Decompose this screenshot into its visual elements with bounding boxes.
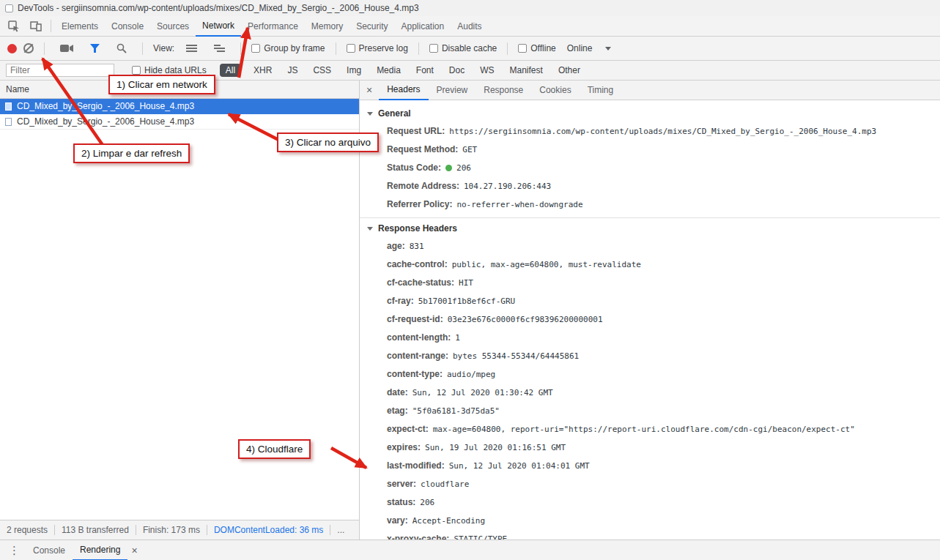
tab-preview[interactable]: Preview (429, 81, 476, 100)
finish-time: Finish: 173 ms (136, 525, 200, 535)
disclosure-triangle-icon (367, 112, 373, 116)
disable-cache-checkbox[interactable] (429, 44, 438, 53)
domcontentloaded-time: DOMContentLoaded: 36 ms (207, 525, 323, 535)
header-row: date:Sun, 12 Jul 2020 01:30:42 GMT (360, 384, 940, 402)
general-section-header[interactable]: General (360, 103, 940, 122)
header-row: cf-cache-status:HIT (360, 274, 940, 292)
header-row: server:cloudflare (360, 475, 940, 493)
request-row[interactable]: CD_Mixed_by_Sergio_-_2006_House_4.mp3 (0, 99, 359, 114)
pill-css[interactable]: CSS (310, 64, 334, 77)
filter-icon[interactable] (85, 44, 105, 53)
view-overview-icon[interactable] (209, 44, 230, 53)
toolbar-separator (336, 42, 336, 55)
tab-application[interactable]: Application (395, 16, 451, 37)
view-small-rows-icon[interactable] (181, 44, 202, 53)
disable-cache-label: Disable cache (442, 43, 497, 53)
drawer-menu-icon[interactable]: ⋮ (3, 544, 26, 557)
tab-network[interactable]: Network (196, 16, 241, 37)
view-label: View: (153, 43, 174, 53)
group-by-frame-checkbox[interactable] (251, 44, 260, 53)
pill-xhr[interactable]: XHR (251, 64, 275, 77)
header-row: expires:Sun, 19 Jul 2020 01:16:51 GMT (360, 438, 940, 457)
preserve-log-checkbox[interactable] (347, 44, 355, 53)
pill-media[interactable]: Media (374, 64, 404, 77)
request-type-pills: All XHR JS CSS Img Media Font Doc WS Man… (220, 64, 583, 77)
header-row: status:206 (360, 493, 940, 512)
callout-step-1: 1) Clicar em network (108, 75, 215, 94)
header-row: cache-control:public, max-age=604800, mu… (360, 255, 940, 274)
hide-data-urls-checkbox[interactable] (132, 66, 141, 75)
details-tab-bar: × Headers Preview Response Cookies Timin… (360, 81, 940, 100)
camera-icon[interactable] (55, 44, 78, 53)
callout-step-3: 3) Clicar no arquivo (277, 132, 379, 152)
throttling-dropdown[interactable]: Online (567, 43, 612, 53)
header-row: expect-ct:max-age=604800, report-uri="ht… (360, 420, 940, 438)
close-details-icon[interactable]: × (360, 84, 379, 96)
toolbar-separator (418, 42, 419, 55)
toolbar-separator (51, 20, 51, 32)
pill-img[interactable]: Img (344, 64, 364, 77)
request-name: CD_Mixed_by_Sergio_-_2006_House_4.mp3 (17, 101, 194, 111)
header-row: vary:Accept-Encoding (360, 512, 940, 530)
header-row: content-type:audio/mpeg (360, 365, 940, 384)
pill-font[interactable]: Font (413, 64, 437, 77)
window-title: DevTools - sergiinsomnia.com/wp-content/… (18, 3, 419, 13)
tab-timing[interactable]: Timing (580, 81, 622, 100)
devtools-window-icon (5, 4, 13, 12)
toolbar-separator (507, 42, 508, 55)
record-button[interactable] (7, 44, 17, 53)
tab-cookies[interactable]: Cookies (531, 81, 579, 100)
pill-other[interactable]: Other (555, 64, 583, 77)
pill-all[interactable]: All (220, 64, 241, 77)
tab-headers[interactable]: Headers (379, 81, 428, 100)
pill-js[interactable]: JS (284, 64, 300, 77)
tab-memory[interactable]: Memory (305, 16, 349, 37)
offline-checkbox[interactable] (518, 44, 527, 53)
header-row: cf-request-id:03e23e676c0000f6cf98396200… (360, 310, 940, 329)
clear-button[interactable] (23, 43, 34, 53)
header-row: Status Code:206 (360, 159, 940, 177)
callout-step-4: 4) Cloudflare (238, 439, 311, 459)
inspect-element-icon[interactable] (3, 20, 25, 32)
header-row: x-proxy-cache:STATIC/TYPE (360, 530, 940, 540)
transferred-size: 113 B transferred (54, 525, 129, 535)
pill-doc[interactable]: Doc (446, 64, 467, 77)
throttling-value: Online (567, 43, 593, 53)
header-row: etag:"5f0a6181-3d75da5" (360, 402, 940, 420)
tab-performance[interactable]: Performance (241, 16, 305, 37)
pill-ws[interactable]: WS (477, 64, 497, 77)
section-title: General (378, 108, 411, 119)
title-bar: DevTools - sergiinsomnia.com/wp-content/… (0, 0, 940, 16)
request-row[interactable]: CD_Mixed_by_Sergio_-_2006_House_4.mp3 (0, 114, 359, 130)
drawer-tab-rendering[interactable]: Rendering (73, 540, 127, 560)
toolbar-separator (240, 42, 241, 55)
tab-response[interactable]: Response (475, 81, 531, 100)
chevron-down-icon (605, 47, 611, 51)
pill-manifest[interactable]: Manifest (507, 64, 546, 77)
section-title: Response Headers (378, 223, 457, 234)
header-row: Request URL:https://sergiinsomnia.com/wp… (360, 122, 940, 141)
close-drawer-tab-icon[interactable]: × (127, 545, 141, 556)
requests-count: 2 requests (7, 525, 48, 535)
tab-elements[interactable]: Elements (55, 16, 105, 37)
disclosure-triangle-icon (367, 227, 373, 231)
toolbar-separator (142, 42, 143, 55)
request-name: CD_Mixed_by_Sergio_-_2006_House_4.mp3 (17, 116, 194, 127)
tab-sources[interactable]: Sources (150, 16, 196, 37)
tab-security[interactable]: Security (349, 16, 394, 37)
filter-input[interactable] (6, 64, 114, 77)
header-row: last-modified:Sun, 12 Jul 2020 01:04:01 … (360, 457, 940, 475)
device-toolbar-icon[interactable] (25, 20, 47, 31)
file-icon (5, 118, 12, 126)
network-summary-bar: 2 requests 113 B transferred Finish: 173… (0, 520, 359, 540)
header-row: age:831 (360, 237, 940, 255)
response-headers-section-header[interactable]: Response Headers (360, 218, 940, 237)
headers-pane: General Request URL:https://sergiinsomni… (360, 100, 940, 540)
drawer-tab-console[interactable]: Console (26, 540, 73, 560)
tab-console[interactable]: Console (105, 16, 150, 37)
tab-audits[interactable]: Audits (451, 16, 488, 37)
devtools-drawer: ⋮ Console Rendering × (0, 540, 940, 560)
search-icon[interactable] (111, 43, 132, 53)
header-row: Request Method:GET (360, 141, 940, 159)
hide-data-urls-label: Hide data URLs (144, 65, 207, 75)
